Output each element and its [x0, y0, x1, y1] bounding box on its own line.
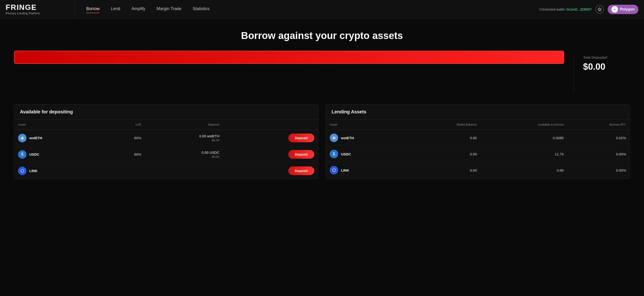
- network-label: Polygon: [620, 7, 635, 12]
- asset-name: wstETH: [341, 136, 354, 140]
- action-cell: Deposit: [223, 146, 318, 163]
- asset-cell: ⬡ LINK: [326, 162, 408, 178]
- borrow-apy-cell: 0.02%: [567, 130, 630, 146]
- nav-link-amplify[interactable]: Amplify: [132, 6, 145, 12]
- total-deposited-value: $0.00: [583, 62, 630, 72]
- deposit-button[interactable]: Deposit: [288, 167, 314, 175]
- power-button[interactable]: ⏻: [596, 5, 604, 14]
- col-lvr: LVR: [104, 119, 145, 130]
- nav-right: Connected wallet: 0x1ecD...4D6007 ⏻ ∞ Po…: [534, 5, 644, 14]
- col-borrow-apy: Borrow APY: [567, 119, 630, 130]
- wallet-address: 0x1ecD...4D6007: [566, 8, 592, 11]
- balance-cell: [145, 163, 223, 179]
- depositing-table: Asset LVR Balance ◈ wstETH 60% 0.00 wstE…: [14, 119, 318, 179]
- col-balance: Balance: [145, 119, 223, 130]
- deposit-bar-wrapper: [14, 51, 564, 64]
- balance-main: 0.00 USDC: [202, 151, 219, 155]
- page-title: Borrow against your crypto assets: [14, 30, 630, 41]
- action-cell: Deposit: [223, 130, 318, 146]
- nav-link-borrow[interactable]: Borrow: [86, 6, 100, 12]
- deposit-section: Total Deposited $0.00: [14, 51, 630, 93]
- usdc-icon: $: [18, 150, 26, 159]
- wallet-balance-cell: 0.00: [408, 162, 481, 178]
- balance-cell: 0.00 wstETH $0.00: [145, 130, 223, 146]
- wallet-balance-cell: 0.00: [408, 146, 481, 162]
- usdc-icon: $: [330, 150, 338, 158]
- logo-area: FRINGE Primary Lending Platform: [0, 0, 75, 19]
- table-row: ◈ wstETH 60% 0.00 wstETH $0.00 Deposit: [14, 130, 318, 146]
- borrow-apy-cell: 0.00%: [567, 162, 630, 178]
- deposit-button[interactable]: Deposit: [288, 150, 314, 159]
- nav-link-margin-trade[interactable]: Margin Trade: [156, 6, 182, 12]
- wsteth-icon: ◈: [18, 134, 26, 142]
- col-wallet-balance: Wallet Balance: [408, 119, 481, 130]
- deposit-button[interactable]: Deposit: [288, 133, 314, 142]
- table-row: ⬡ LINK Deposit: [14, 163, 318, 179]
- lending-table: Asset Wallet Balance Available to borrow…: [326, 119, 630, 178]
- main-content: Borrow against your crypto assets Total …: [0, 19, 644, 190]
- lending-assets-card: Lending Assets Asset Wallet Balance Avai…: [326, 104, 630, 179]
- lvr-cell: 60%: [104, 130, 145, 146]
- lvr-cell: [104, 163, 145, 179]
- asset-name: LINK: [341, 168, 349, 172]
- available-borrow-cell: 0.0085: [480, 130, 567, 146]
- available-depositing-title: Available for depositing: [14, 104, 318, 119]
- balance-main: 0.00 wstETH: [199, 134, 219, 138]
- asset-cell: $ USDC: [14, 146, 104, 163]
- available-borrow-cell: 11.79: [480, 146, 567, 162]
- network-icon: ∞: [612, 6, 618, 13]
- table-row: ◈ wstETH 0.00 0.0085 0.02%: [326, 130, 630, 146]
- col-action: [223, 119, 318, 130]
- asset-cell: $ USDC: [326, 146, 408, 162]
- asset-cell: ◈ wstETH: [14, 130, 104, 146]
- nav-link-lend[interactable]: Lend: [111, 6, 120, 12]
- tables-row: Available for depositing Asset LVR Balan…: [14, 104, 630, 179]
- logo-sub: Primary Lending Platform: [6, 12, 40, 15]
- asset-cell: ◈ wstETH: [326, 130, 408, 146]
- balance-cell: 0.00 USDC $0.00: [145, 146, 223, 163]
- table-row: ⬡ LINK 0.00 0.00 0.00%: [326, 162, 630, 178]
- logo-main: FRINGE: [6, 4, 40, 11]
- balance-usd: $0.00: [212, 138, 220, 142]
- action-cell: Deposit: [223, 163, 318, 179]
- table-row: $ USDC 60% 0.00 USDC $0.00 Deposit: [14, 146, 318, 163]
- available-for-depositing-card: Available for depositing Asset LVR Balan…: [14, 104, 318, 179]
- navbar: FRINGE Primary Lending Platform BorrowLe…: [0, 0, 644, 19]
- table-row: $ USDC 0.00 11.79 0.00%: [326, 146, 630, 162]
- lending-assets-title: Lending Assets: [326, 104, 630, 119]
- wsteth-icon: ◈: [330, 133, 338, 142]
- asset-name: wstETH: [29, 136, 42, 140]
- col-available-borrow: Available to borrow: [480, 119, 567, 130]
- available-borrow-cell: 0.00: [480, 162, 567, 178]
- nav-links: BorrowLendAmplifyMargin TradeStatistics: [75, 6, 534, 12]
- col-asset: Asset: [14, 119, 104, 130]
- asset-cell: ⬡ LINK: [14, 163, 104, 179]
- total-deposited-panel: Total Deposited $0.00: [583, 51, 630, 72]
- link-icon: ⬡: [330, 166, 338, 174]
- deposit-progress-bar[interactable]: [14, 51, 564, 64]
- section-divider: [574, 55, 574, 93]
- total-deposited-label: Total Deposited: [583, 55, 630, 59]
- network-badge[interactable]: ∞ Polygon: [608, 5, 638, 14]
- asset-name: USDC: [341, 152, 351, 156]
- borrow-apy-cell: 0.00%: [567, 146, 630, 162]
- asset-name: USDC: [29, 152, 39, 156]
- lvr-cell: 60%: [104, 146, 145, 163]
- nav-link-statistics[interactable]: Statistics: [193, 6, 210, 12]
- balance-usd: $0.00: [212, 155, 220, 159]
- asset-name: LINK: [29, 169, 38, 173]
- link-icon: ⬡: [18, 167, 26, 175]
- wallet-info: Connected wallet: 0x1ecD...4D6007: [540, 8, 592, 11]
- wallet-balance-cell: 0.00: [408, 130, 481, 146]
- col-asset: Asset: [326, 119, 408, 130]
